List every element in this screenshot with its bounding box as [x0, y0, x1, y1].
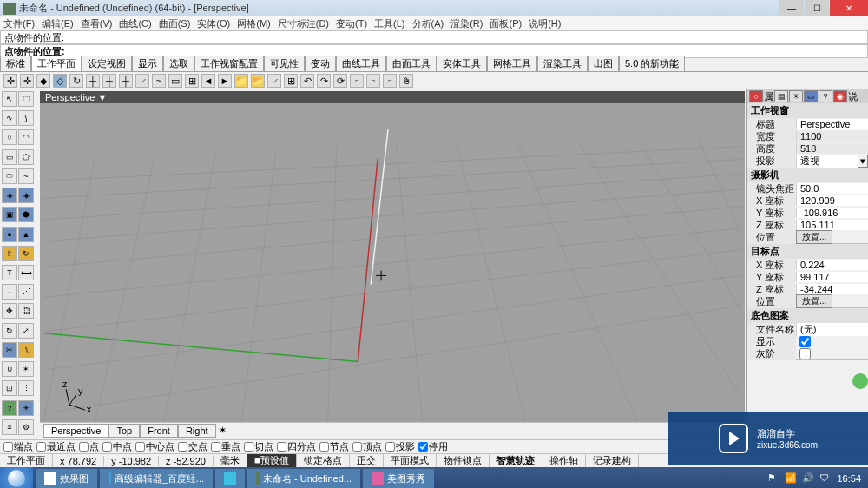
world-right-icon[interactable]: ▫ [383, 74, 397, 88]
tab-drafting[interactable]: 出图 [588, 56, 619, 71]
panel-tab-props[interactable]: ○ [749, 90, 763, 102]
menu-view[interactable]: 查看(V) [81, 17, 113, 30]
props-tool[interactable]: ⚙ [18, 419, 34, 435]
menu-dimension[interactable]: 尺寸标注(D) [278, 17, 329, 30]
osnap-perp[interactable]: 垂点 [211, 440, 240, 453]
menu-surface[interactable]: 曲面(S) [159, 17, 191, 30]
join-tool[interactable]: ∪ [2, 361, 17, 377]
text-tool[interactable]: T [2, 265, 17, 280]
task-item-3[interactable] [215, 469, 245, 488]
undo-icon[interactable]: ↶ [300, 74, 314, 88]
surface-tool[interactable]: ◈ [2, 188, 17, 203]
status-ortho[interactable]: 正交 [350, 454, 384, 467]
redo-icon[interactable]: ↷ [317, 74, 331, 88]
world-front-icon[interactable]: ▫ [366, 74, 380, 88]
menu-analyze[interactable]: 分析(A) [412, 17, 444, 30]
value-tx[interactable]: 0.224 [796, 260, 868, 270]
tab-solidtools[interactable]: 实体工具 [437, 56, 487, 71]
tray-shield-icon[interactable]: 🛡 [819, 472, 832, 485]
task-item-1[interactable]: 效果图 [36, 469, 97, 488]
viewtab-add[interactable]: ✶ [216, 425, 230, 436]
cylinder-tool[interactable]: ⬢ [18, 207, 34, 222]
revolve-tool[interactable]: ↻ [18, 246, 34, 261]
tab-surfacetools[interactable]: 曲面工具 [386, 56, 437, 71]
curve-tool[interactable]: ⟆ [18, 110, 34, 126]
cplane-named-icon[interactable]: 📁 [234, 74, 248, 88]
button-campos[interactable]: 放置... [796, 230, 832, 244]
panel-tab-layers[interactable]: ▤ [774, 90, 788, 102]
menu-panels[interactable]: 面板(P) [490, 17, 522, 30]
osnap-mid[interactable]: 中点 [102, 440, 132, 453]
cplane-next-icon[interactable]: ► [218, 74, 232, 88]
panel-tab-display2[interactable]: ▭ [804, 90, 818, 102]
value-title[interactable]: Perspective [796, 119, 868, 129]
tab-select[interactable]: 选取 [163, 56, 194, 71]
cplane-world-icon[interactable]: ⊞ [185, 74, 199, 88]
tab-newv5[interactable]: 5.0 的新功能 [619, 56, 685, 71]
cplane-icon[interactable]: ✛ [3, 74, 17, 88]
status-snap[interactable]: 锁定格点 [297, 454, 350, 467]
close-button[interactable]: ✕ [830, 0, 868, 16]
tab-viewport[interactable]: 工作视窗配置 [194, 56, 264, 71]
osnap-tan[interactable]: 切点 [244, 440, 273, 453]
cplane-rotate-icon[interactable]: ↻ [69, 74, 83, 88]
minimize-button[interactable]: — [779, 0, 804, 16]
cplane-3pt-icon[interactable]: ✛ [20, 74, 34, 88]
tray-flag-icon[interactable]: ⚑ [767, 472, 779, 485]
value-ty[interactable]: 99.117 [796, 272, 868, 282]
start-button[interactable] [0, 467, 33, 488]
panel-tab-display[interactable]: ☀ [789, 90, 803, 102]
status-gumball[interactable]: 操作轴 [542, 454, 586, 467]
rect-tool[interactable]: ▭ [2, 149, 17, 165]
menu-tools[interactable]: 工具(L) [374, 17, 404, 30]
cplane-x-icon[interactable]: ┼ [86, 74, 100, 88]
trim-tool[interactable]: ✂ [2, 342, 17, 358]
copy-tool[interactable]: ⿻ [18, 303, 34, 319]
freeform-tool[interactable]: ~ [18, 168, 34, 184]
osnap-int[interactable]: 交点 [178, 440, 207, 453]
menu-render[interactable]: 渲染(R) [450, 17, 483, 30]
loft-tool[interactable]: ◈ [18, 188, 34, 203]
cplane-save-icon[interactable]: 📂 [251, 74, 265, 88]
status-cplane[interactable]: 工作平面 [0, 454, 53, 467]
render-tool[interactable]: ☀ [18, 400, 34, 416]
grid-icon[interactable]: ⊞ [284, 74, 298, 88]
move-tool[interactable]: ✥ [2, 303, 17, 319]
value-tz[interactable]: -34.244 [796, 284, 868, 294]
world-top-icon[interactable]: ▫ [350, 74, 364, 88]
status-planar[interactable]: 平面模式 [384, 454, 437, 467]
box-tool[interactable]: ▣ [2, 207, 17, 222]
panel-tab-notes-icon[interactable]: ◉ [833, 90, 847, 102]
point-tool[interactable]: · [2, 284, 17, 300]
viewtab-perspective[interactable]: Perspective [43, 424, 108, 438]
cplane-curve-icon[interactable]: ~ [152, 74, 166, 88]
sphere-tool[interactable]: ● [2, 227, 17, 242]
polyline-tool[interactable]: ∿ [2, 110, 17, 126]
cplane-y-icon[interactable]: ┼ [102, 74, 116, 88]
circle-tool[interactable]: ○ [2, 129, 17, 145]
maximize-button[interactable]: ☐ [805, 0, 829, 16]
viewport-title[interactable]: Perspective ▼ [40, 91, 745, 103]
osnap-end[interactable]: 端点 [3, 440, 33, 453]
viewtab-top[interactable]: Top [108, 424, 140, 438]
task-item-4[interactable]: 未命名 - Undefined... [247, 469, 360, 488]
hatch-tool[interactable]: ⋰ [18, 284, 34, 300]
arc-tool[interactable]: ◠ [18, 129, 34, 145]
menu-edit[interactable]: 编辑(E) [42, 17, 74, 30]
tab-setview[interactable]: 设定视图 [82, 56, 132, 71]
group-tool[interactable]: ⊡ [2, 380, 17, 396]
mouse-icon[interactable]: 🖱 [399, 74, 413, 88]
button-tpos[interactable]: 放置... [796, 294, 832, 308]
menu-transform[interactable]: 变动(T) [336, 17, 367, 30]
uplane-icon[interactable]: ⟋ [267, 74, 281, 88]
osnap-cen[interactable]: 中心点 [135, 440, 174, 453]
scale-tool[interactable]: ⤢ [18, 323, 34, 339]
tray-volume-icon[interactable]: 🔊 [802, 472, 814, 485]
projection-dropdown-icon[interactable]: ▾ [858, 155, 868, 168]
osnap-project[interactable]: 投影 [385, 440, 415, 453]
cplane-origin-icon[interactable]: ◆ [36, 74, 50, 88]
cplane-prev-icon[interactable]: ◄ [201, 74, 215, 88]
panel-tab-help[interactable]: ? [819, 90, 832, 102]
tab-transform[interactable]: 变动 [305, 56, 336, 71]
value-file[interactable]: (无) [796, 323, 868, 336]
